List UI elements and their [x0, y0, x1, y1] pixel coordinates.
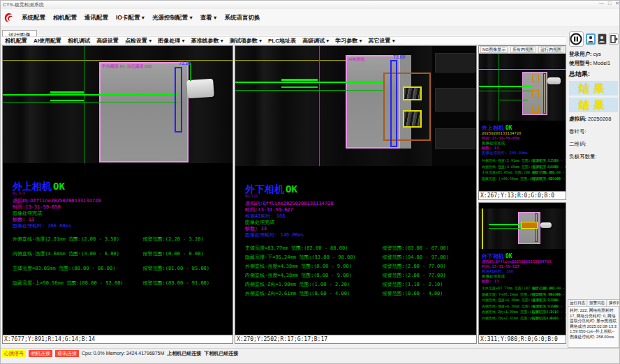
result-badge-upper: 结果 [569, 81, 618, 96]
overlay-green-hline [235, 82, 385, 83]
measurement-row: 主体宽度=83.77mm 范围:(82.00 - 88.00)报警范围:(83.… [245, 245, 466, 252]
toolbar-advanced-settings[interactable]: 高级设置 [96, 37, 119, 45]
comm-connection-badge: 通讯连接 [55, 350, 79, 357]
toolbar-camera-debug[interactable]: 相机调试 [68, 37, 90, 45]
app-logo-icon [3, 12, 14, 24]
tab-strip: 运行图像 [1, 27, 566, 36]
blue-measure-box [390, 60, 397, 147]
overlay-green-hline [479, 91, 532, 91]
toolbar-spot-check[interactable]: 点检设置 ▾ [125, 37, 152, 45]
result-text-upper: 外上相机OK NG:0|0 虚拟码:Offline202502081331347… [3, 163, 232, 335]
menu-item-comm-config[interactable]: 通讯配置 [84, 14, 108, 22]
log-tab-run[interactable]: 运行日志 [568, 300, 587, 306]
measurement-rows: 外侧直线-强度(2.91mm 范围:(2.00 - 3.50)报警范围:(2.2… [482, 158, 563, 181]
heartbeat-badge: 心跳信号 [2, 350, 26, 357]
measurement-rows: 主体宽度=83.77mm 范围:(82.00 - 88.00)报警范围:(83.… [482, 286, 563, 320]
measurement-row: 主体宽度=83.05mm 范围:(80.00 - 86.00)报警范围:(81.… [482, 170, 563, 175]
needle-row: 卷针号: [568, 127, 619, 136]
result-frames: 帧数: 13 [482, 146, 563, 151]
overlay-green-hline [479, 86, 532, 87]
close-button[interactable]: ✕ [615, 1, 619, 6]
result-time: 时间:13-31-59-627 [482, 264, 563, 269]
menu-item-system-config[interactable]: 系统配置 [22, 14, 45, 22]
mini-camera-image-lower[interactable] [479, 208, 566, 249]
toolbar-image-processing[interactable]: 图像处理 ▾ [158, 37, 184, 45]
toolbar-camera-config[interactable]: 相机配置 [5, 37, 27, 45]
machinery-block [435, 128, 475, 149]
menu-item-io-config[interactable]: IO卡配置 ▾ [116, 14, 145, 22]
result-done: 图像处理完成 [245, 220, 466, 226]
camera-view-upper: 平均阈值:93, 动态阈值:100 72.88 外上相机OK NG:0|0 虚拟… [2, 45, 233, 344]
log-tab-operation[interactable]: 操作日志 [607, 300, 620, 306]
result-text-lower: 外下相机OK NG:0|0 虚拟码:Offline202502081331347… [235, 166, 476, 335]
pause-icon [570, 33, 582, 45]
app-window: CYS-视觉检测系统 — □ ✕ 系统配置 相机配置 通讯配置 IO卡配置 ▾ … [0, 0, 620, 364]
coordinate-bar-upper: X:7677;Y:891;R:14;G:14;B:14 [3, 335, 232, 343]
mini-camera-image-upper[interactable] [479, 54, 566, 121]
toolbar-other-settings[interactable]: 其它设置 ▾ [369, 37, 395, 45]
operator-button[interactable] [598, 33, 607, 45]
window-title: CYS-视觉检测系统 [3, 1, 44, 8]
result-done: 图像处理完成 [13, 211, 223, 217]
tab-run-views[interactable]: 运行内视图 [538, 46, 563, 53]
pause-button[interactable] [569, 31, 584, 47]
measurement-row: 内侧直线-强度=4.38mm 范围:(0.00 - 9.00)报警范围:(2.0… [482, 304, 563, 309]
highlight-tab-mark [521, 222, 538, 229]
toolbar-plc-address[interactable]: PLC地址表 [268, 37, 296, 45]
measurement-rows: 主体宽度=83.77mm 范围:(82.00 - 88.00)报警范围:(83.… [245, 245, 466, 297]
result-frames: 帧数: 13 [482, 279, 563, 284]
log-tab-alarm[interactable]: 报警日志 [588, 300, 607, 306]
toolbar-test-params[interactable]: 测试项参数 ▾ [230, 37, 262, 45]
tab-ng-display[interactable]: NG图像显示 [480, 46, 508, 53]
measurement-row: 隐藏宽度-下=95.24mm 范围:(93.00 - 98.00)报警范围:(9… [245, 255, 466, 261]
result-barcode-yellow: 20250208133134728 [482, 131, 563, 136]
maximize-button[interactable]: □ [608, 1, 611, 6]
camera-connection-badge: 相机连接 [29, 350, 52, 357]
measurement-row: 内侧直线-强度(4.60mm 范围:(3.00 - 6.00)报警范围:(0.0… [13, 251, 223, 257]
login-user-row: 登录用户: cys [568, 50, 619, 59]
measurement-row: 内侧直线-强度(4.60mm 范围:(3.00 - 6.00)报警范围:(0.0… [482, 165, 563, 169]
camera-image-upper[interactable]: 平均阈值:93, 动态阈值:100 72.88 [3, 46, 232, 163]
tab-all-views[interactable]: 所有内视图 [510, 46, 536, 53]
minimize-button[interactable]: — [599, 1, 604, 6]
model-value: Model1 [593, 60, 611, 66]
result-frames: 帧数: 13 [245, 226, 466, 232]
result-elapsed: 图像处理耗时: 266.00ms [13, 223, 223, 229]
measurement-row: 外侧直线-强度(2.91mm 范围:(2.00 - 3.50)报警范围:(2.2… [13, 236, 223, 243]
menu-item-camera-config[interactable]: 相机配置 [53, 14, 77, 22]
side-panel: 登录用户: cys 使用型号: Model1 总结果: 结果 结果 虚拟码: 2… [568, 29, 619, 349]
result-title: 外下相机OK [245, 184, 466, 194]
measurement-row: 主体宽度=83.05mm 范围:(80.00 - 86.00)报警范围:(81.… [13, 266, 223, 272]
exit-button[interactable] [609, 33, 619, 45]
menu-item-view[interactable]: 查看 ▾ [200, 14, 217, 22]
result-done: 图像处理完成 [482, 141, 563, 146]
control-button-row [568, 29, 619, 50]
camera-image-lower[interactable]: AI检测框 72.60 [235, 46, 476, 166]
qr-row: 二维码: [568, 139, 619, 149]
orange-mark [532, 75, 539, 82]
overlay-green-segment [500, 100, 528, 100]
user-mode-button[interactable] [586, 33, 596, 45]
overlay-green-vline [84, 46, 84, 163]
overlay-green-segment [190, 63, 191, 81]
mini-result-lower: 外下相机OK 虚拟码:Offline20250208133134728 时间:1… [479, 249, 566, 335]
toolbar-ai-config[interactable]: AI使用配置 [34, 37, 61, 45]
result-elapsed: 图像处理耗时: 266.00ms [482, 151, 563, 156]
log-panel: 运行日志 报警日志 操作日志 耗时: 222, 网络检测耗时: 17, 网络分类… [568, 299, 619, 348]
menu-item-language-switch[interactable]: 系统语言切换 [224, 14, 260, 22]
toolbar-learning-params[interactable]: 学习参数 ▾ [335, 37, 362, 45]
result-title: 外上相机OK [13, 181, 223, 191]
measurement-row: 隐藏宽度-上=90.56mm 范围:(88.00 - 92.00)报警范围:(8… [13, 280, 223, 287]
blue-measure-value: 72.60 [393, 54, 406, 59]
upper-camera-status: 上相机已经连接 [167, 350, 201, 357]
toolbar-baseline-params[interactable]: 基准线参数 ▾ [191, 37, 223, 45]
login-user-value: cys [593, 51, 601, 57]
result-barcode: 虚拟码:Offline20250208133134728 [245, 201, 466, 207]
coordinate-bar-lower: X:270;Y:2502;R:17;G:17;B:17 [235, 335, 476, 343]
toolbar-advanced-debug[interactable]: 高级调试 ▾ [302, 37, 329, 45]
tab-count-row: 负极耳数量: [568, 152, 619, 161]
menu-item-light-config[interactable]: 光源控制配置 ▾ [152, 14, 193, 22]
overlay-green-vline [499, 54, 499, 121]
blue-measure-box [543, 73, 546, 114]
yellow-tab-box [403, 86, 422, 100]
